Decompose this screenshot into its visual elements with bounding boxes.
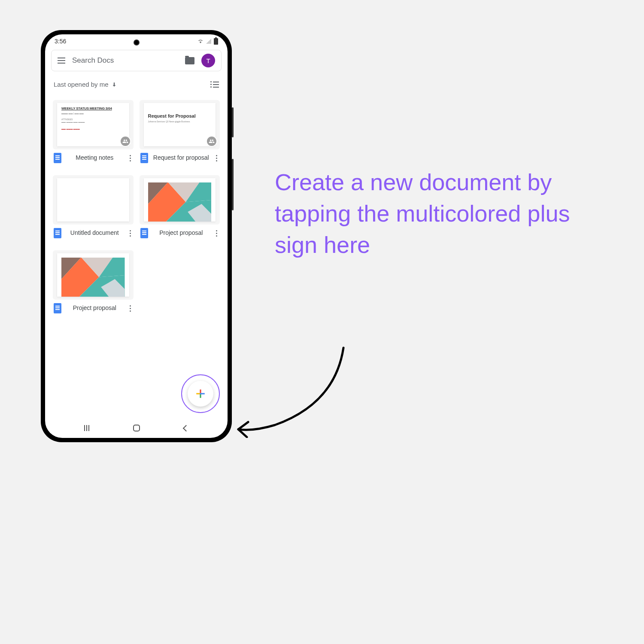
document-title: Request for proposal: [152, 154, 211, 162]
phone-screen: 3:56 Search Docs T Last opened by me: [45, 34, 228, 438]
arrow-down-icon: [111, 82, 117, 88]
wifi-icon: [197, 38, 204, 44]
view-toggle-icon[interactable]: [210, 81, 219, 88]
document-grid: WEEKLY STATUS MEETING 3/04▬▬▬ ▬▬ | ▬▬ ▬▬…: [45, 94, 228, 323]
document-title: Project proposal: [65, 304, 125, 312]
search-input[interactable]: Search Docs: [72, 56, 178, 65]
docs-file-icon: [54, 153, 61, 163]
sort-label: Last opened by me: [54, 81, 109, 88]
docs-file-icon: [140, 153, 148, 163]
camera-notch: [134, 39, 140, 46]
filter-bar: Last opened by me: [45, 75, 228, 94]
docs-file-icon: [140, 228, 148, 238]
menu-icon[interactable]: [58, 58, 65, 64]
folder-icon[interactable]: [185, 57, 194, 64]
svg-rect-18: [200, 393, 201, 394]
phone-frame: 3:56 Search Docs T Last opened by me: [41, 30, 232, 442]
document-card[interactable]: Request for ProposalJohanna Services Q3 …: [140, 100, 220, 167]
shared-badge-icon: [206, 136, 217, 147]
more-menu-button[interactable]: [214, 153, 219, 163]
signal-icon: [206, 39, 211, 44]
instruction-arrow: [232, 343, 352, 438]
more-menu-button[interactable]: [128, 228, 133, 238]
shared-badge-icon: [120, 136, 131, 147]
battery-icon: [214, 38, 218, 45]
more-menu-button[interactable]: [128, 304, 133, 313]
document-thumbnail[interactable]: [53, 175, 134, 225]
svg-rect-15: [196, 393, 200, 394]
new-document-fab[interactable]: [188, 381, 213, 407]
svg-rect-14: [200, 389, 201, 393]
document-card[interactable]: Untitled document: [53, 175, 134, 242]
document-thumbnail[interactable]: [140, 175, 220, 225]
document-title: Untitled document: [65, 229, 125, 237]
document-title: Project proposal: [152, 229, 211, 237]
document-card[interactable]: WEEKLY STATUS MEETING 3/04▬▬▬ ▬▬ | ▬▬ ▬▬…: [53, 100, 134, 167]
nav-home-button[interactable]: [133, 425, 140, 431]
docs-file-icon: [54, 228, 61, 238]
document-card[interactable]: Project proposal: [140, 175, 220, 242]
svg-rect-16: [200, 394, 201, 398]
avatar[interactable]: T: [201, 54, 215, 67]
sort-button[interactable]: Last opened by me: [54, 81, 117, 88]
document-card[interactable]: Project proposal: [53, 250, 134, 317]
instruction-text: Create a new document by tapping the mul…: [275, 167, 584, 261]
search-bar[interactable]: Search Docs T: [51, 50, 222, 71]
more-menu-button[interactable]: [214, 228, 219, 238]
clock: 3:56: [55, 38, 66, 45]
phone-side-button: [232, 107, 234, 137]
svg-rect-17: [201, 393, 205, 394]
document-title: Meeting notes: [65, 154, 125, 162]
nav-recent-button[interactable]: [84, 425, 89, 431]
document-thumbnail[interactable]: WEEKLY STATUS MEETING 3/04▬▬▬ ▬▬ | ▬▬ ▬▬…: [53, 100, 134, 149]
android-nav-bar: [45, 418, 228, 438]
document-thumbnail[interactable]: Request for ProposalJohanna Services Q3 …: [140, 100, 220, 149]
nav-back-button[interactable]: [183, 425, 190, 431]
plus-icon: [195, 388, 206, 399]
more-menu-button[interactable]: [128, 153, 133, 163]
phone-side-button: [232, 159, 234, 210]
document-thumbnail[interactable]: [53, 250, 134, 300]
fab-highlight-ring: [181, 374, 220, 413]
docs-file-icon: [54, 303, 61, 313]
